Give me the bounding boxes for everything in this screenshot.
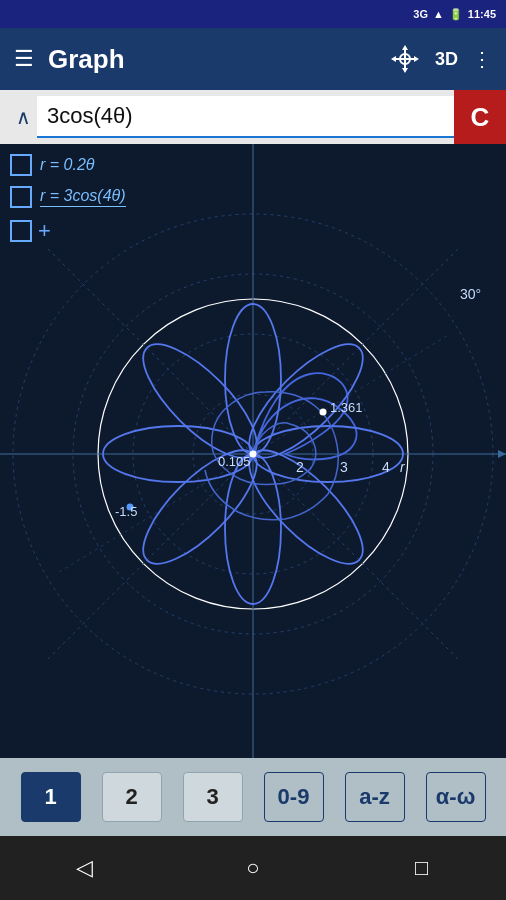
svg-text:r: r: [400, 459, 406, 475]
add-equation-button[interactable]: +: [10, 218, 126, 244]
svg-text:1.361: 1.361: [330, 400, 363, 415]
kb-btn-09[interactable]: 0-9: [264, 772, 324, 822]
svg-marker-3: [402, 45, 408, 50]
svg-text:30°: 30°: [460, 286, 481, 302]
home-icon: ○: [246, 855, 259, 881]
formula-input[interactable]: [37, 96, 454, 138]
collapse-button[interactable]: ∧: [10, 99, 37, 135]
svg-marker-5: [391, 56, 396, 62]
back-button[interactable]: ◁: [54, 848, 114, 888]
add-icon: +: [38, 218, 51, 244]
svg-point-30: [320, 409, 327, 416]
back-icon: ◁: [76, 855, 93, 881]
clear-button[interactable]: C: [454, 90, 506, 144]
eq-checkbox-2[interactable]: [10, 186, 32, 208]
app-title: Graph: [48, 44, 375, 75]
home-button[interactable]: ○: [223, 848, 283, 888]
battery-icon: 🔋: [449, 8, 463, 21]
svg-line-18: [46, 247, 253, 454]
kb-btn-az[interactable]: a-z: [345, 772, 405, 822]
app-bar: ☰ Graph 3D ⋮: [0, 28, 506, 90]
eq-checkbox-1[interactable]: [10, 154, 32, 176]
recents-icon: □: [415, 855, 428, 881]
status-bar: 3G ▲ 🔋 11:45: [0, 0, 506, 28]
svg-line-20: [56, 454, 253, 574]
svg-marker-6: [414, 56, 419, 62]
kb-btn-2[interactable]: 2: [102, 772, 162, 822]
recents-button[interactable]: □: [392, 848, 452, 888]
graph-area[interactable]: 2 3 4 r 30° 1.361 0.105 -1.5 r = 0.2θ r …: [0, 144, 506, 758]
input-bar: ∧ C: [0, 90, 506, 144]
status-icons: 3G ▲ 🔋 11:45: [413, 8, 496, 21]
kb-btn-alpha-omega[interactable]: α-ω: [426, 772, 486, 822]
svg-line-17: [253, 454, 460, 661]
network-indicator: 3G: [413, 8, 428, 20]
kb-btn-1[interactable]: 1: [21, 772, 81, 822]
svg-line-16: [46, 454, 253, 661]
svg-text:3: 3: [340, 459, 348, 475]
hamburger-menu-icon[interactable]: ☰: [14, 46, 34, 72]
time-display: 11:45: [468, 8, 496, 20]
svg-text:0.105: 0.105: [218, 454, 251, 469]
kb-btn-3[interactable]: 3: [183, 772, 243, 822]
eq-label-1: r = 0.2θ: [40, 156, 94, 174]
3d-button[interactable]: 3D: [435, 49, 458, 70]
keyboard-area: 1 2 3 0-9 a-z α-ω: [0, 758, 506, 836]
add-eq-checkbox: [10, 220, 32, 242]
eq-label-2: r = 3cos(4θ): [40, 187, 126, 207]
svg-point-29: [250, 451, 257, 458]
svg-text:2: 2: [296, 459, 304, 475]
svg-line-19: [253, 334, 450, 454]
navigation-bar: ◁ ○ □: [0, 836, 506, 900]
svg-marker-4: [402, 68, 408, 73]
svg-text:4: 4: [382, 459, 390, 475]
svg-text:-1.5: -1.5: [115, 504, 137, 519]
cursor-tool-icon[interactable]: [389, 43, 421, 75]
more-options-icon[interactable]: ⋮: [472, 47, 492, 71]
signal-icon: ▲: [433, 8, 444, 20]
equation-item-2: r = 3cos(4θ): [10, 186, 126, 208]
svg-marker-14: [498, 450, 506, 458]
app-bar-actions: 3D ⋮: [435, 47, 492, 71]
equation-list: r = 0.2θ r = 3cos(4θ) +: [10, 154, 126, 244]
equation-item-1: r = 0.2θ: [10, 154, 126, 176]
